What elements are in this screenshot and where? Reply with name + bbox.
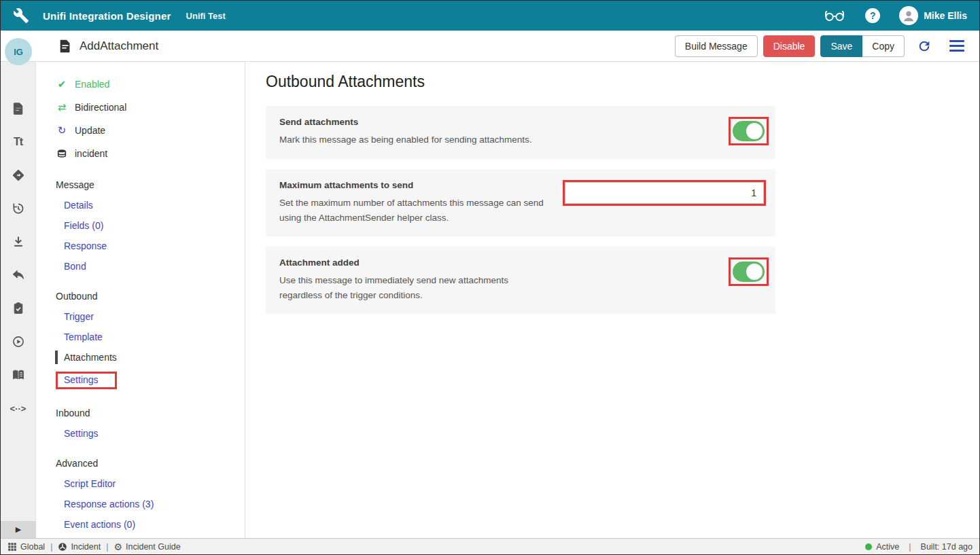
setting-card-send-attachments: Send attachments Mark this message as be…	[266, 106, 775, 159]
documentation-icon[interactable]	[11, 368, 26, 382]
nav-item-event-actions[interactable]: Event actions (0)	[56, 514, 245, 535]
app-window: Unifi Integration Designer Unifi Test ? …	[0, 0, 980, 555]
status-order: ↻ Update	[56, 119, 245, 142]
setting-description: Mark this message as being enabled for s…	[279, 132, 565, 147]
integration-label: Incident Guide	[126, 542, 181, 552]
active-status-dot	[865, 543, 872, 550]
toggle-knob	[746, 123, 763, 139]
annotation-box-max-attachments	[563, 180, 766, 206]
gear-icon: ⚙	[113, 541, 122, 552]
annotation-box-settings: Settings	[56, 372, 117, 389]
nav-item-outbound-attachments[interactable]: Attachments	[56, 347, 245, 368]
wrench-icon	[13, 7, 29, 24]
nav-item-outbound-settings-label[interactable]: Settings	[64, 374, 99, 385]
directions-icon[interactable]	[11, 168, 26, 183]
status-enabled-label: Enabled	[75, 79, 109, 90]
incident-icon	[58, 542, 67, 552]
tasks-icon[interactable]	[11, 301, 26, 316]
separator: |	[50, 542, 52, 552]
messages-icon[interactable]	[11, 101, 26, 116]
separator: |	[909, 542, 911, 552]
help-icon[interactable]: ?	[865, 8, 880, 23]
check-icon: ✔	[56, 78, 68, 90]
setting-title: Maximum attachments to send	[279, 180, 549, 190]
setting-title: Attachment added	[279, 257, 715, 268]
scope-label: Global	[20, 542, 45, 552]
history-icon[interactable]	[11, 201, 26, 216]
nav-item-script-editor[interactable]: Script Editor	[56, 473, 245, 494]
user-menu[interactable]: Mike Ellis	[899, 6, 967, 25]
status-bar: Global | Incident | ⚙ Incident Guide Act…	[1, 538, 979, 554]
status-direction: ⇄ Bidirectional	[56, 96, 245, 119]
attachment-added-toggle[interactable]	[733, 262, 765, 282]
help-glyph: ?	[870, 10, 876, 21]
setting-description: Set the maximum number of attachments th…	[279, 196, 549, 226]
database-icon	[56, 147, 68, 160]
menu-icon[interactable]	[949, 40, 964, 52]
page-title: AddAttachment	[80, 39, 158, 53]
setting-description: Use this message to immediately send new…	[279, 273, 551, 303]
nav-item-outbound-settings[interactable]: Settings	[56, 368, 245, 393]
status-enabled: ✔ Enabled	[56, 73, 245, 96]
grid-icon	[7, 542, 17, 552]
top-navbar: Unifi Integration Designer Unifi Test ? …	[1, 1, 979, 31]
status-order-label: Update	[75, 125, 105, 136]
nav-item-fields[interactable]: Fields (0)	[56, 215, 245, 236]
nav-item-outbound-template[interactable]: Template	[56, 327, 245, 347]
document-header: AddAttachment Build Message Disable Save…	[1, 31, 979, 62]
process-selector[interactable]: Incident	[58, 542, 101, 552]
annotation-box-send-attachments	[729, 117, 769, 145]
nav-section-message: Message	[56, 175, 245, 195]
glasses-icon[interactable]	[824, 9, 845, 22]
built-label: Built: 17d ago	[921, 542, 973, 552]
nav-item-response-actions[interactable]: Response actions (3)	[56, 494, 245, 514]
nav-item-outbound-trigger[interactable]: Trigger	[56, 306, 245, 327]
build-message-button[interactable]: Build Message	[675, 35, 758, 57]
setting-title: Send attachments	[279, 117, 715, 127]
copy-button[interactable]: Copy	[862, 35, 905, 57]
icon-rail: IG Tt <··> ▶	[1, 62, 36, 538]
toggle-knob	[746, 264, 763, 280]
text-format-icon[interactable]: Tt	[11, 135, 26, 149]
expand-arrow-icon: ▶	[16, 525, 21, 534]
status-table: incident	[56, 142, 245, 165]
active-status-label: Active	[876, 542, 899, 552]
bidirectional-icon: ⇄	[56, 101, 68, 113]
send-attachments-toggle[interactable]	[733, 121, 765, 141]
app-title: Unifi Integration Designer	[43, 10, 171, 22]
disable-button[interactable]: Disable	[763, 35, 816, 57]
message-document-icon	[58, 39, 73, 54]
nav-item-inbound-settings[interactable]: Settings	[56, 423, 245, 444]
nav-section-inbound: Inbound	[56, 403, 245, 423]
integration-selector[interactable]: ⚙ Incident Guide	[113, 541, 180, 552]
user-name: Mike Ellis	[924, 10, 967, 21]
nav-section-advanced: Advanced	[56, 453, 245, 473]
code-icon[interactable]: <··>	[11, 401, 26, 416]
nav-section-outbound: Outbound	[56, 286, 245, 306]
setting-card-attachment-added: Attachment added Use this message to imm…	[266, 247, 775, 314]
setting-card-max-attachments: Maximum attachments to send Set the maxi…	[266, 169, 775, 236]
scope-selector[interactable]: Global	[7, 542, 45, 552]
nav-item-details[interactable]: Details	[56, 195, 245, 215]
environment-name: Unifi Test	[186, 11, 226, 21]
annotation-box-attachment-added	[729, 257, 769, 286]
message-nav-panel: ✔ Enabled ⇄ Bidirectional ↻ Update incid…	[36, 62, 245, 538]
separator: |	[106, 542, 108, 552]
max-attachments-input[interactable]	[565, 182, 764, 204]
save-button[interactable]: Save	[820, 35, 862, 57]
run-icon[interactable]	[11, 334, 26, 349]
download-icon[interactable]	[11, 234, 26, 249]
nav-item-bond[interactable]: Bond	[56, 256, 245, 276]
status-direction-label: Bidirectional	[75, 102, 126, 113]
reply-icon[interactable]	[11, 268, 26, 283]
status-table-label: incident	[75, 148, 107, 159]
content-heading: Outbound Attachments	[266, 73, 979, 91]
integration-avatar[interactable]: IG	[5, 38, 32, 65]
main-content: Outbound Attachments Send attachments Ma…	[245, 62, 979, 538]
refresh-icon[interactable]	[917, 39, 932, 54]
update-icon: ↻	[56, 124, 68, 137]
process-label: Incident	[71, 542, 101, 552]
user-avatar	[899, 6, 918, 25]
nav-item-response[interactable]: Response	[56, 236, 245, 256]
rail-expand-button[interactable]: ▶	[1, 521, 36, 538]
